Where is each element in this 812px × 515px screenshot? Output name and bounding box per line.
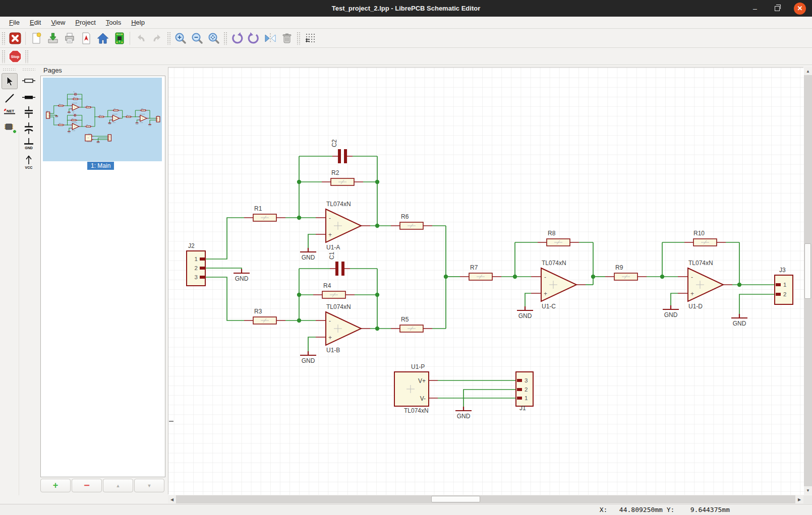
resistor-R5[interactable]: R5 bbox=[85, 124, 92, 127]
add-vcc-tool-icon[interactable]: VCC bbox=[21, 154, 37, 170]
undo-icon[interactable] bbox=[132, 30, 149, 46]
new-page-icon[interactable] bbox=[28, 30, 44, 46]
svg-text:GND: GND bbox=[518, 312, 532, 319]
add-capacitor-tool-icon[interactable] bbox=[21, 104, 37, 120]
gnd-symbol[interactable]: GND bbox=[136, 122, 139, 124]
export-pdf-icon[interactable] bbox=[78, 30, 94, 46]
close-project-icon[interactable] bbox=[7, 30, 23, 46]
rotate-ccw-icon[interactable] bbox=[228, 30, 245, 46]
schematic-canvas[interactable]: R1 R2 R3 bbox=[168, 67, 803, 494]
stop-label: Stop bbox=[11, 54, 19, 59]
connector-J3[interactable]: 1 2 J3 bbox=[156, 115, 160, 122]
add-net-label-tool-icon[interactable]: NET bbox=[2, 104, 18, 120]
menu-project[interactable]: Project bbox=[70, 18, 100, 27]
resistor-R3[interactable]: R3 bbox=[57, 122, 65, 125]
schematic-drawing[interactable]: R1 R2 R3 bbox=[46, 91, 160, 143]
menu-help[interactable]: Help bbox=[126, 18, 150, 27]
scroll-down-icon[interactable]: ▼ bbox=[804, 486, 812, 494]
svg-text:R3: R3 bbox=[254, 308, 262, 315]
resistor-R8[interactable]: R8 bbox=[112, 108, 120, 111]
resistor-R7[interactable]: R7 bbox=[97, 114, 105, 117]
vertical-scrollbar-thumb[interactable] bbox=[804, 243, 811, 299]
toolbar-drag-handle[interactable] bbox=[25, 50, 28, 63]
minus-icon: − bbox=[84, 480, 90, 491]
connector-J2[interactable]: 1 2 3 J2 bbox=[46, 110, 50, 118]
add-polarized-capacitor-tool-icon[interactable] bbox=[21, 120, 37, 137]
add-resistor-filled-tool-icon[interactable] bbox=[21, 89, 37, 105]
stop-icon[interactable]: Stop bbox=[7, 48, 23, 65]
maximize-button[interactable] bbox=[772, 3, 783, 14]
gnd-symbol[interactable]: GND bbox=[68, 111, 71, 113]
opamp-U1-C[interactable]: - + TL074xN U1-C bbox=[111, 113, 121, 122]
zoom-fit-icon[interactable] bbox=[205, 30, 222, 46]
opamp-power-U1-P[interactable]: V+ V- U1-P TL074xN bbox=[85, 133, 93, 142]
gnd-symbol[interactable]: GND bbox=[148, 124, 151, 126]
gnd-symbol[interactable]: GND bbox=[108, 122, 111, 124]
resistor-R4[interactable]: R4 bbox=[70, 118, 78, 121]
svg-text:C2: C2 bbox=[331, 139, 338, 147]
zoom-in-icon[interactable] bbox=[172, 30, 189, 46]
svg-text:1: 1 bbox=[195, 256, 198, 262]
menu-view[interactable]: View bbox=[46, 18, 70, 27]
save-icon[interactable] bbox=[44, 30, 61, 46]
connector-J1[interactable]: 3 2 1 J1 bbox=[108, 135, 111, 142]
minimize-button[interactable]: – bbox=[749, 3, 761, 14]
svg-text:GND: GND bbox=[457, 413, 471, 420]
rotate-cw-icon[interactable] bbox=[245, 30, 262, 46]
scroll-up-icon[interactable]: ▲ bbox=[804, 67, 812, 75]
menu-tools[interactable]: Tools bbox=[101, 18, 126, 27]
control-panel-icon[interactable] bbox=[94, 30, 111, 46]
page-list-item-label[interactable]: 1: Main bbox=[87, 162, 114, 170]
statusbar-filler bbox=[0, 495, 168, 504]
gnd-symbol[interactable]: GND bbox=[97, 141, 100, 143]
toolbar-drag-handle[interactable] bbox=[223, 32, 227, 45]
svg-text:U1-P: U1-P bbox=[88, 133, 91, 134]
svg-text:R4: R4 bbox=[72, 118, 74, 119]
redo-icon[interactable] bbox=[149, 30, 165, 46]
opamp-U1-B[interactable]: - + TL074xN U1-B bbox=[71, 122, 81, 131]
board-editor-icon[interactable] bbox=[111, 30, 128, 46]
gnd-symbol[interactable]: GND bbox=[55, 115, 58, 117]
svg-text:2: 2 bbox=[783, 291, 786, 297]
horizontal-scrollbar-thumb[interactable] bbox=[431, 496, 480, 502]
add-page-button[interactable]: + bbox=[40, 479, 71, 492]
capacitor-C1[interactable]: C1 bbox=[73, 112, 77, 117]
mirror-icon[interactable] bbox=[262, 30, 278, 46]
resistor-R2[interactable]: R2 bbox=[72, 97, 79, 100]
remove-page-button[interactable]: − bbox=[72, 479, 102, 492]
move-page-up-button[interactable]: ▲ bbox=[103, 479, 133, 492]
toolbar-drag-handle[interactable] bbox=[167, 32, 170, 45]
close-button[interactable]: ✕ bbox=[794, 3, 806, 15]
scroll-left-icon[interactable]: ◀ bbox=[168, 495, 176, 503]
resistor-R1[interactable]: R1 bbox=[57, 103, 65, 106]
gnd-symbol[interactable]: GND bbox=[68, 131, 71, 133]
move-page-down-button[interactable]: ▼ bbox=[134, 479, 164, 492]
add-resistor-tool-icon[interactable] bbox=[21, 73, 37, 89]
svg-text:+: + bbox=[544, 290, 547, 297]
resistor-R9[interactable]: R9 bbox=[125, 114, 132, 117]
print-icon[interactable] bbox=[61, 30, 78, 46]
resistor-R10[interactable]: R10 bbox=[140, 108, 147, 111]
page-thumbnail[interactable]: R1 R2 R3 bbox=[43, 78, 162, 161]
toolbar-drag-handle[interactable] bbox=[2, 32, 5, 45]
vertical-scrollbar[interactable]: ▲ ▼ bbox=[804, 67, 812, 494]
menu-bar: File Edit View Project Tools Help bbox=[0, 17, 812, 29]
toolbar-drag-handle[interactable] bbox=[297, 32, 300, 45]
svg-text:C2: C2 bbox=[73, 91, 74, 93]
resistor-R6[interactable]: R6 bbox=[85, 105, 92, 108]
scroll-right-icon[interactable]: ▶ bbox=[795, 495, 803, 503]
toolbar-drag-handle[interactable] bbox=[2, 50, 5, 63]
grid-properties-icon[interactable] bbox=[302, 30, 318, 46]
select-tool-icon[interactable] bbox=[2, 73, 18, 89]
menu-file[interactable]: File bbox=[4, 18, 25, 27]
opamp-U1-D[interactable]: - + TL074xN U1-D bbox=[138, 113, 148, 122]
delete-icon[interactable] bbox=[278, 30, 295, 46]
opamp-U1-A[interactable]: - + TL074xN U1-A bbox=[71, 103, 81, 112]
horizontal-scrollbar[interactable]: ◀ ▶ bbox=[168, 495, 803, 503]
add-gnd-tool-icon[interactable]: GND bbox=[21, 137, 37, 153]
add-component-tool-icon[interactable] bbox=[2, 119, 18, 136]
capacitor-C2[interactable]: C2 bbox=[73, 91, 77, 96]
connector-J1[interactable]: 3 2 1 J1 bbox=[516, 372, 533, 412]
menu-edit[interactable]: Edit bbox=[25, 18, 46, 27]
zoom-out-icon[interactable] bbox=[189, 30, 205, 46]
